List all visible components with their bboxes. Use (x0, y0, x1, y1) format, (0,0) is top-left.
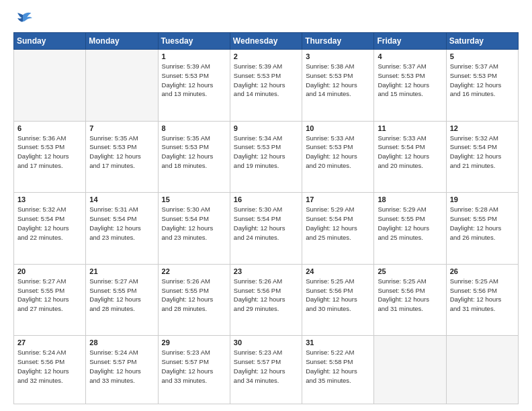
calendar-cell: 4Sunrise: 5:37 AM Sunset: 5:53 PM Daylig… (374, 50, 446, 122)
day-number: 31 (306, 338, 370, 347)
weekday-tuesday: Tuesday (158, 33, 230, 50)
day-info: Sunrise: 5:37 AM Sunset: 5:53 PM Dayligh… (450, 62, 515, 99)
weekday-monday: Monday (86, 33, 158, 50)
day-info: Sunrise: 5:35 AM Sunset: 5:53 PM Dayligh… (162, 134, 226, 171)
day-info: Sunrise: 5:25 AM Sunset: 5:56 PM Dayligh… (450, 277, 515, 314)
day-info: Sunrise: 5:26 AM Sunset: 5:55 PM Dayligh… (162, 277, 226, 314)
day-info: Sunrise: 5:34 AM Sunset: 5:53 PM Dayligh… (234, 134, 298, 171)
page: SundayMondayTuesdayWednesdayThursdayFrid… (0, 0, 532, 411)
day-info: Sunrise: 5:24 AM Sunset: 5:56 PM Dayligh… (17, 348, 82, 385)
calendar-cell (446, 336, 518, 404)
calendar-cell: 19Sunrise: 5:28 AM Sunset: 5:55 PM Dayli… (446, 193, 518, 265)
day-info: Sunrise: 5:24 AM Sunset: 5:57 PM Dayligh… (89, 348, 154, 385)
calendar-cell: 22Sunrise: 5:26 AM Sunset: 5:55 PM Dayli… (158, 264, 230, 336)
day-number: 9 (234, 124, 298, 132)
day-info: Sunrise: 5:28 AM Sunset: 5:55 PM Dayligh… (450, 205, 515, 242)
day-info: Sunrise: 5:29 AM Sunset: 5:55 PM Dayligh… (378, 205, 442, 242)
day-info: Sunrise: 5:33 AM Sunset: 5:53 PM Dayligh… (306, 134, 370, 171)
calendar-cell: 25Sunrise: 5:25 AM Sunset: 5:56 PM Dayli… (374, 264, 446, 336)
calendar-cell: 23Sunrise: 5:26 AM Sunset: 5:56 PM Dayli… (230, 264, 302, 336)
day-info: Sunrise: 5:22 AM Sunset: 5:58 PM Dayligh… (306, 348, 370, 385)
calendar-cell: 2Sunrise: 5:39 AM Sunset: 5:53 PM Daylig… (230, 50, 302, 122)
day-info: Sunrise: 5:39 AM Sunset: 5:53 PM Dayligh… (162, 62, 226, 99)
day-info: Sunrise: 5:25 AM Sunset: 5:56 PM Dayligh… (306, 277, 370, 314)
calendar-cell: 7Sunrise: 5:35 AM Sunset: 5:53 PM Daylig… (86, 121, 158, 193)
calendar-cell: 12Sunrise: 5:32 AM Sunset: 5:54 PM Dayli… (446, 121, 518, 193)
calendar-cell: 5Sunrise: 5:37 AM Sunset: 5:53 PM Daylig… (446, 50, 518, 122)
day-number: 18 (378, 195, 442, 203)
week-row-1: 1Sunrise: 5:39 AM Sunset: 5:53 PM Daylig… (14, 50, 519, 122)
calendar: SundayMondayTuesdayWednesdayThursdayFrid… (13, 32, 519, 404)
day-number: 21 (89, 267, 154, 275)
day-number: 15 (162, 195, 226, 203)
day-info: Sunrise: 5:30 AM Sunset: 5:54 PM Dayligh… (234, 205, 298, 242)
week-row-4: 20Sunrise: 5:27 AM Sunset: 5:55 PM Dayli… (14, 264, 519, 336)
day-info: Sunrise: 5:29 AM Sunset: 5:54 PM Dayligh… (306, 205, 370, 242)
day-number: 20 (17, 267, 82, 275)
weekday-friday: Friday (374, 33, 446, 50)
day-number: 19 (450, 195, 515, 203)
calendar-cell: 27Sunrise: 5:24 AM Sunset: 5:56 PM Dayli… (14, 336, 86, 404)
week-row-3: 13Sunrise: 5:32 AM Sunset: 5:54 PM Dayli… (14, 193, 519, 265)
weekday-wednesday: Wednesday (230, 33, 302, 50)
day-number: 1 (162, 52, 226, 60)
calendar-cell: 3Sunrise: 5:38 AM Sunset: 5:53 PM Daylig… (302, 50, 374, 122)
header (13, 11, 519, 26)
day-info: Sunrise: 5:33 AM Sunset: 5:54 PM Dayligh… (378, 134, 442, 171)
day-number: 17 (306, 195, 370, 203)
calendar-cell: 17Sunrise: 5:29 AM Sunset: 5:54 PM Dayli… (302, 193, 374, 265)
day-number: 13 (17, 195, 82, 203)
calendar-cell: 18Sunrise: 5:29 AM Sunset: 5:55 PM Dayli… (374, 193, 446, 265)
day-number: 22 (162, 267, 226, 275)
day-info: Sunrise: 5:30 AM Sunset: 5:54 PM Dayligh… (162, 205, 226, 242)
day-number: 25 (378, 267, 442, 275)
weekday-saturday: Saturday (446, 33, 518, 50)
day-number: 8 (162, 124, 226, 132)
day-number: 10 (306, 124, 370, 132)
day-info: Sunrise: 5:26 AM Sunset: 5:56 PM Dayligh… (234, 277, 298, 314)
calendar-cell: 21Sunrise: 5:27 AM Sunset: 5:55 PM Dayli… (86, 264, 158, 336)
weekday-thursday: Thursday (302, 33, 374, 50)
week-row-2: 6Sunrise: 5:36 AM Sunset: 5:53 PM Daylig… (14, 121, 519, 193)
day-number: 14 (89, 195, 154, 203)
day-number: 26 (450, 267, 515, 275)
day-number: 12 (450, 124, 515, 132)
day-number: 30 (234, 338, 298, 347)
day-number: 29 (162, 338, 226, 347)
day-number: 24 (306, 267, 370, 275)
calendar-cell: 16Sunrise: 5:30 AM Sunset: 5:54 PM Dayli… (230, 193, 302, 265)
calendar-cell: 8Sunrise: 5:35 AM Sunset: 5:53 PM Daylig… (158, 121, 230, 193)
day-info: Sunrise: 5:31 AM Sunset: 5:54 PM Dayligh… (89, 205, 154, 242)
day-number: 6 (17, 124, 82, 132)
logo-icon (13, 11, 32, 26)
calendar-cell: 9Sunrise: 5:34 AM Sunset: 5:53 PM Daylig… (230, 121, 302, 193)
calendar-cell: 30Sunrise: 5:23 AM Sunset: 5:57 PM Dayli… (230, 336, 302, 404)
calendar-cell: 20Sunrise: 5:27 AM Sunset: 5:55 PM Dayli… (14, 264, 86, 336)
calendar-cell: 10Sunrise: 5:33 AM Sunset: 5:53 PM Dayli… (302, 121, 374, 193)
week-row-5: 27Sunrise: 5:24 AM Sunset: 5:56 PM Dayli… (14, 336, 519, 404)
day-number: 11 (378, 124, 442, 132)
day-info: Sunrise: 5:27 AM Sunset: 5:55 PM Dayligh… (89, 277, 154, 314)
calendar-cell: 14Sunrise: 5:31 AM Sunset: 5:54 PM Dayli… (86, 193, 158, 265)
weekday-header-row: SundayMondayTuesdayWednesdayThursdayFrid… (14, 33, 519, 50)
day-number: 3 (306, 52, 370, 60)
calendar-cell: 13Sunrise: 5:32 AM Sunset: 5:54 PM Dayli… (14, 193, 86, 265)
calendar-cell (86, 50, 158, 122)
day-info: Sunrise: 5:23 AM Sunset: 5:57 PM Dayligh… (162, 348, 226, 385)
day-info: Sunrise: 5:39 AM Sunset: 5:53 PM Dayligh… (234, 62, 298, 99)
day-number: 28 (89, 338, 154, 347)
day-number: 23 (234, 267, 298, 275)
day-number: 27 (17, 338, 82, 347)
day-number: 7 (89, 124, 154, 132)
calendar-cell (14, 50, 86, 122)
day-number: 5 (450, 52, 515, 60)
calendar-cell: 24Sunrise: 5:25 AM Sunset: 5:56 PM Dayli… (302, 264, 374, 336)
day-info: Sunrise: 5:23 AM Sunset: 5:57 PM Dayligh… (234, 348, 298, 385)
day-info: Sunrise: 5:32 AM Sunset: 5:54 PM Dayligh… (17, 205, 82, 242)
logo (13, 11, 35, 26)
calendar-cell: 11Sunrise: 5:33 AM Sunset: 5:54 PM Dayli… (374, 121, 446, 193)
calendar-cell: 26Sunrise: 5:25 AM Sunset: 5:56 PM Dayli… (446, 264, 518, 336)
weekday-sunday: Sunday (14, 33, 86, 50)
day-info: Sunrise: 5:37 AM Sunset: 5:53 PM Dayligh… (378, 62, 442, 99)
calendar-cell: 1Sunrise: 5:39 AM Sunset: 5:53 PM Daylig… (158, 50, 230, 122)
